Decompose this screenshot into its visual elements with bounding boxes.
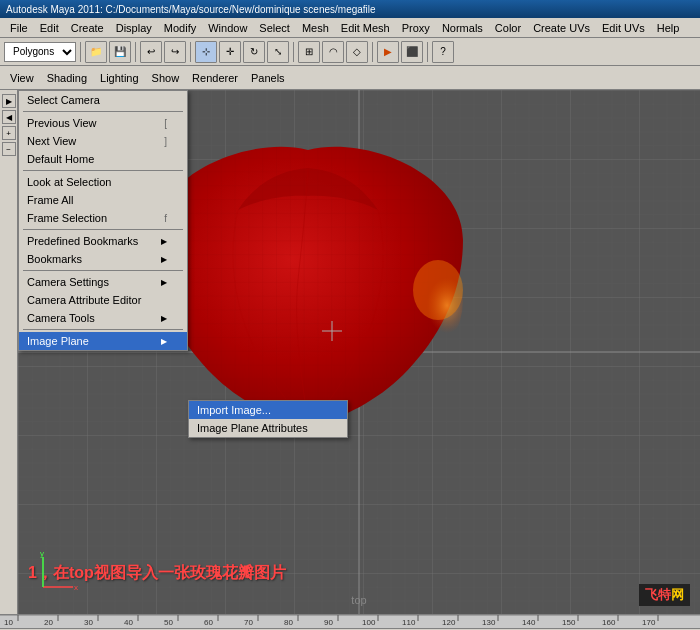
menu-select-camera[interactable]: Select Camera <box>19 91 187 109</box>
toolbar-sep-6 <box>427 42 428 62</box>
select-tool-button[interactable]: ⊹ <box>195 41 217 63</box>
menu-select[interactable]: Select <box>253 21 296 35</box>
frame-all-label: Frame All <box>27 194 73 206</box>
ipr-render-button[interactable]: ⬛ <box>401 41 423 63</box>
svg-text:50: 50 <box>164 618 173 627</box>
menu-sep-4 <box>23 270 183 271</box>
viewport-menu-renderer[interactable]: Renderer <box>186 71 244 85</box>
image-plane-label: Image Plane <box>27 335 89 347</box>
svg-text:130: 130 <box>482 618 496 627</box>
viewport-menu-lighting[interactable]: Lighting <box>94 71 145 85</box>
previous-view-shortcut: [ <box>164 118 167 129</box>
svg-text:40: 40 <box>124 618 133 627</box>
annotation-text: 1，在top视图导入一张玫瑰花瓣图片 <box>28 563 690 584</box>
toolbar: Polygons 📁 💾 ↩ ↪ ⊹ ✛ ↻ ⤡ ⊞ ◠ ◇ ▶ ⬛ ? <box>0 38 700 66</box>
menu-camera-tools[interactable]: Camera Tools ▶ <box>19 309 187 327</box>
menu-sep-5 <box>23 329 183 330</box>
svg-text:150: 150 <box>562 618 576 627</box>
undo-button[interactable]: ↩ <box>140 41 162 63</box>
snap-curve-button[interactable]: ◠ <box>322 41 344 63</box>
left-tool-4[interactable]: − <box>2 142 16 156</box>
left-tool-2[interactable]: ◀ <box>2 110 16 124</box>
menu-edit[interactable]: Edit <box>34 21 65 35</box>
menu-next-view[interactable]: Next View ] <box>19 132 187 150</box>
image-plane-arrow: ▶ <box>161 337 167 346</box>
menu-image-plane[interactable]: Image Plane ▶ <box>19 332 187 350</box>
svg-point-6 <box>413 260 463 320</box>
menu-previous-view[interactable]: Previous View [ <box>19 114 187 132</box>
bookmarks-arrow: ▶ <box>161 255 167 264</box>
viewport-menu-bar: View Shading Lighting Show Renderer Pane… <box>0 66 700 90</box>
left-tool-3[interactable]: + <box>2 126 16 140</box>
viewport-label-text: top <box>351 594 366 606</box>
menu-file[interactable]: File <box>4 21 34 35</box>
menu-frame-all[interactable]: Frame All <box>19 191 187 209</box>
menu-normals[interactable]: Normals <box>436 21 489 35</box>
camera-attribute-editor-label: Camera Attribute Editor <box>27 294 141 306</box>
submenu-import-image[interactable]: Import Image... <box>189 401 347 419</box>
select-camera-label: Select Camera <box>27 94 100 106</box>
submenu-image-plane-attributes[interactable]: Image Plane Attributes <box>189 419 347 437</box>
snap-point-button[interactable]: ◇ <box>346 41 368 63</box>
image-plane-attributes-label: Image Plane Attributes <box>197 422 308 434</box>
menu-bar: File Edit Create Display Modify Window S… <box>0 18 700 38</box>
svg-text:170: 170 <box>642 618 656 627</box>
svg-text:70: 70 <box>244 618 253 627</box>
left-panel: ▶ ◀ + − <box>0 90 18 614</box>
svg-text:120: 120 <box>442 618 456 627</box>
svg-text:y: y <box>40 552 44 558</box>
menu-bookmarks[interactable]: Bookmarks ▶ <box>19 250 187 268</box>
menu-help[interactable]: Help <box>651 21 686 35</box>
menu-mesh[interactable]: Mesh <box>296 21 335 35</box>
left-tool-1[interactable]: ▶ <box>2 94 16 108</box>
camera-settings-label: Camera Settings <box>27 276 109 288</box>
menu-sep-2 <box>23 170 183 171</box>
menu-edituvs[interactable]: Edit UVs <box>596 21 651 35</box>
viewport-menu-panels[interactable]: Panels <box>245 71 291 85</box>
menu-default-home[interactable]: Default Home <box>19 150 187 168</box>
open-folder-button[interactable]: 📁 <box>85 41 107 63</box>
import-image-label: Import Image... <box>197 404 271 416</box>
menu-create[interactable]: Create <box>65 21 110 35</box>
frame-selection-label: Frame Selection <box>27 212 107 224</box>
question-button[interactable]: ? <box>432 41 454 63</box>
toolbar-sep-2 <box>135 42 136 62</box>
menu-proxy[interactable]: Proxy <box>396 21 436 35</box>
frame-selection-shortcut: f <box>164 213 167 224</box>
svg-text:160: 160 <box>602 618 616 627</box>
viewport-menu-view[interactable]: View <box>4 71 40 85</box>
polygon-type-dropdown[interactable]: Polygons <box>4 42 76 62</box>
menu-frame-selection[interactable]: Frame Selection f <box>19 209 187 227</box>
move-tool-button[interactable]: ✛ <box>219 41 241 63</box>
rotate-tool-button[interactable]: ↻ <box>243 41 265 63</box>
svg-text:10: 10 <box>4 618 13 627</box>
save-button[interactable]: 💾 <box>109 41 131 63</box>
svg-text:110: 110 <box>402 618 416 627</box>
menu-predefined-bookmarks[interactable]: Predefined Bookmarks ▶ <box>19 232 187 250</box>
svg-text:20: 20 <box>44 618 53 627</box>
menu-camera-attribute-editor[interactable]: Camera Attribute Editor <box>19 291 187 309</box>
viewport-menu-shading[interactable]: Shading <box>41 71 93 85</box>
menu-look-at-selection[interactable]: Look at Selection <box>19 173 187 191</box>
snap-grid-button[interactable]: ⊞ <box>298 41 320 63</box>
toolbar-sep-1 <box>80 42 81 62</box>
menu-window[interactable]: Window <box>202 21 253 35</box>
scale-tool-button[interactable]: ⤡ <box>267 41 289 63</box>
previous-view-label: Previous View <box>27 117 97 129</box>
svg-text:60: 60 <box>204 618 213 627</box>
viewport-menu-show[interactable]: Show <box>146 71 186 85</box>
ruler-bottom: 10 20 30 40 50 60 70 80 90 100 110 120 1… <box>0 614 700 628</box>
image-plane-submenu: Import Image... Image Plane Attributes <box>188 400 348 438</box>
menu-display[interactable]: Display <box>110 21 158 35</box>
redo-button[interactable]: ↪ <box>164 41 186 63</box>
menu-createuvs[interactable]: Create UVs <box>527 21 596 35</box>
menu-color[interactable]: Color <box>489 21 527 35</box>
toolbar-sep-4 <box>293 42 294 62</box>
viewport[interactable]: x y Select Camera Previous View [ Next V… <box>18 90 700 614</box>
menu-editmesh[interactable]: Edit Mesh <box>335 21 396 35</box>
menu-modify[interactable]: Modify <box>158 21 202 35</box>
menu-sep-3 <box>23 229 183 230</box>
svg-text:140: 140 <box>522 618 536 627</box>
menu-camera-settings[interactable]: Camera Settings ▶ <box>19 273 187 291</box>
render-button[interactable]: ▶ <box>377 41 399 63</box>
